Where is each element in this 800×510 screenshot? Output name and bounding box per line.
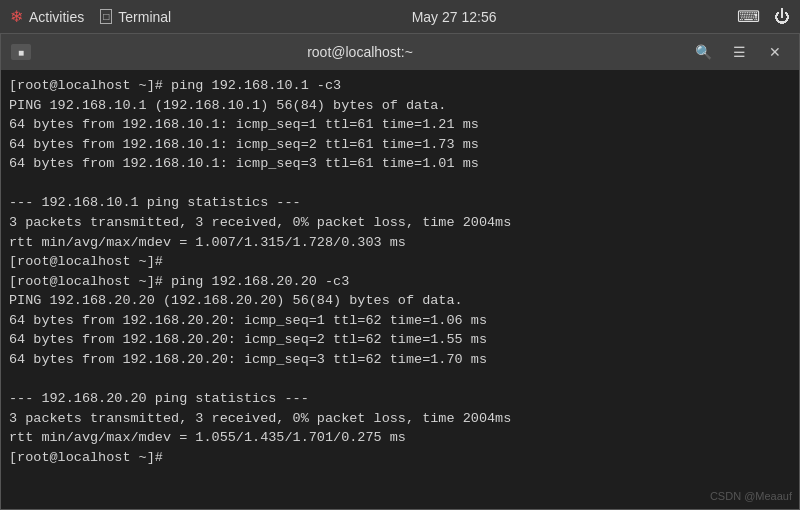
terminal-window: ■ root@localhost:~ 🔍 ☰ ✕ [root@localhost… <box>0 33 800 510</box>
watermark: CSDN @Meaauf <box>710 490 792 502</box>
terminal-app-label: □ Terminal <box>100 9 171 25</box>
close-button[interactable]: ✕ <box>761 40 789 64</box>
activities-icon: ❄ <box>10 7 23 26</box>
terminal-title: root@localhost:~ <box>307 44 413 60</box>
terminal-titlebar-icon: ■ <box>11 44 31 60</box>
network-icon[interactable]: ⌨ <box>737 7 760 26</box>
system-datetime: May 27 12:56 <box>412 9 497 25</box>
terminal-output[interactable]: [root@localhost ~]# ping 192.168.10.1 -c… <box>1 70 799 509</box>
system-bar-right: ⌨ ⏻ <box>737 7 790 26</box>
terminal-icon: □ <box>100 9 112 24</box>
menu-button[interactable]: ☰ <box>725 40 753 64</box>
terminal-app-name: Terminal <box>118 9 171 25</box>
search-button[interactable]: 🔍 <box>689 40 717 64</box>
titlebar-left: ■ <box>11 44 31 60</box>
system-bar: ❄ Activities □ Terminal May 27 12:56 ⌨ ⏻ <box>0 0 800 33</box>
terminal-titlebar: ■ root@localhost:~ 🔍 ☰ ✕ <box>1 34 799 70</box>
activities-button[interactable]: ❄ Activities <box>10 7 84 26</box>
system-bar-left: ❄ Activities □ Terminal <box>10 7 171 26</box>
power-icon[interactable]: ⏻ <box>774 8 790 26</box>
titlebar-controls: 🔍 ☰ ✕ <box>689 40 789 64</box>
activities-label: Activities <box>29 9 84 25</box>
